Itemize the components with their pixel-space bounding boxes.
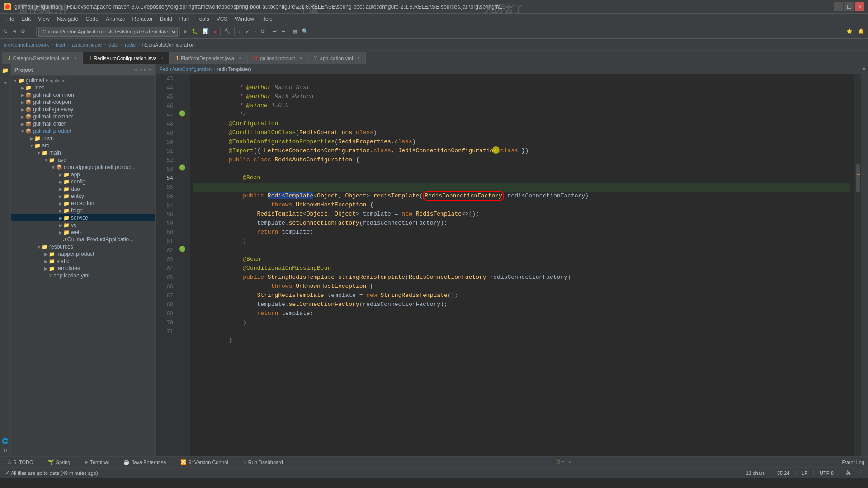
bottom-tab-terminal[interactable]: ▶ Terminal — [81, 458, 113, 466]
tab-close-platformdependent[interactable]: × — [239, 56, 241, 61]
tree-item-resources[interactable]: ▼ 📁 resources — [11, 243, 155, 250]
tree-item-order[interactable]: ▶ 📦 gulimall-order — [11, 120, 155, 127]
scrollbar-thumb[interactable] — [856, 164, 860, 192]
tree-item-feign[interactable]: ▶ 📁 feign — [11, 207, 155, 214]
breadcrumb-redisautoconfig[interactable]: RedisAutoConfiguration — [142, 42, 195, 47]
breadcrumb-data[interactable]: data — [108, 42, 118, 47]
stop-button[interactable]: ■ — [212, 26, 218, 37]
menu-analyze[interactable]: Analyze — [102, 15, 129, 23]
bottom-tab-version-control[interactable]: 🔀 9: Version Control — [177, 458, 231, 466]
tree-item-product[interactable]: ▼ 📦 gulimall-product — [11, 127, 155, 135]
maximize-button[interactable]: ☐ — [844, 2, 854, 11]
breadcrumb-redis[interactable]: redis — [125, 42, 136, 47]
git-push-btn[interactable]: ↑ — [252, 26, 259, 37]
editor-bc-method[interactable]: redisTemplate() — [217, 66, 251, 72]
tree-item-coupon[interactable]: ▶ 📦 gulimall-coupon — [11, 99, 155, 106]
side-icon-favorites[interactable]: ★ — [1, 78, 10, 87]
tree-item-service[interactable]: ▶ 📁 service — [11, 214, 155, 221]
status-lf[interactable]: LF — [800, 469, 809, 476]
tree-item-static[interactable]: ▶ 📁 static — [11, 258, 155, 265]
tree-item-entity[interactable]: ▶ 📁 entity — [11, 192, 155, 200]
tree-item-package[interactable]: ▼ 📦 com.atguigu.gulimall.produc... — [11, 164, 155, 171]
tab-application-yml[interactable]: Y application.yml × — [308, 52, 366, 64]
tree-item-vo[interactable]: ▶ 📁 vo — [11, 221, 155, 229]
tab-close-categoryservice[interactable]: × — [74, 56, 77, 61]
toolbar-sync-btn[interactable]: ↻ — [2, 26, 9, 37]
tab-gulimall-product[interactable]: M gulimall-product × — [247, 52, 308, 64]
tree-item-main[interactable]: ▼ 📁 main — [11, 149, 155, 156]
menu-build[interactable]: Build — [156, 15, 176, 23]
project-sync-icon[interactable]: ↻ — [134, 67, 137, 73]
menu-tools[interactable]: Tools — [193, 15, 213, 23]
tree-item-src[interactable]: ▼ 📁 src — [11, 142, 155, 149]
editor-bc-classname[interactable]: RedisAutoConfiguration — [159, 66, 212, 72]
menu-window[interactable]: Window — [231, 15, 258, 23]
menu-edit[interactable]: Edit — [18, 15, 34, 23]
tree-item-mapper-product[interactable]: ▶ 📁 mapper.product — [11, 250, 155, 258]
git-history-btn[interactable]: ⟳ — [259, 26, 267, 37]
menu-help[interactable]: Help — [258, 15, 276, 23]
tree-item-config[interactable]: ▶ 📁 config — [11, 178, 155, 185]
tree-item-templates[interactable]: ▶ 📁 templates — [11, 265, 155, 272]
tree-item-web[interactable]: ▶ 📁 web — [11, 229, 155, 236]
git-update-btn[interactable]: ↓ — [236, 26, 243, 37]
tab-platformdependent[interactable]: J PlatformDependent.java × — [170, 52, 247, 64]
status-position[interactable]: 55:24 — [775, 469, 792, 476]
tree-root-gulimall[interactable]: ▼ 📁 gulimall F:\gulimall — [11, 77, 155, 84]
tree-item-dao[interactable]: ▶ 📁 dao — [11, 185, 155, 192]
undo-btn[interactable]: ↩ — [271, 26, 278, 37]
project-tree-icon[interactable]: ⊟ — [139, 67, 142, 73]
tab-close-redisautoconfig[interactable]: × — [161, 56, 164, 61]
breadcrumb-boot[interactable]: boot — [56, 42, 65, 47]
status-encoding[interactable]: UTF-8 — [818, 469, 835, 476]
menu-navigate[interactable]: Navigate — [53, 15, 82, 23]
bottom-tab-spring[interactable]: 🌱 Spring — [44, 458, 74, 466]
tree-item-common[interactable]: ▶ 📦 gulimall-common — [11, 91, 155, 99]
tree-item-gateway[interactable]: ▶ 📦 gulimall-gateway — [11, 106, 155, 113]
minimize-button[interactable]: ─ — [834, 2, 843, 11]
event-log-label[interactable]: Event Log — [842, 460, 864, 465]
close-button[interactable]: ✕ — [855, 2, 864, 11]
debug-button[interactable]: 🐛 — [190, 26, 200, 37]
toolbar-settings-btn[interactable]: ⚙ — [19, 26, 27, 37]
git-commit-btn[interactable]: ✓ — [244, 26, 251, 37]
side-icon-sidebar[interactable]: ◧ — [1, 446, 10, 455]
toolbar-minimize-btn[interactable]: − — [28, 26, 34, 37]
breadcrumb-orgspring[interactable]: org/springframework — [4, 42, 49, 47]
bean-icon-47[interactable]: 🟢 — [179, 110, 186, 117]
titlebar-controls[interactable]: ─ ☐ ✕ — [834, 2, 864, 11]
breadcrumb-autoconfigure[interactable]: autoconfigure — [72, 42, 102, 47]
tree-item-mvn[interactable]: ▶ 📁 .mvn — [11, 135, 155, 142]
run-with-coverage-btn[interactable]: 📊 — [201, 26, 211, 37]
toolbar-favorites-btn[interactable]: ⭐ — [844, 26, 854, 37]
tab-close-application-yml[interactable]: × — [358, 56, 360, 61]
tree-item-java[interactable]: ▼ 📁 java — [11, 156, 155, 164]
menu-run[interactable]: Run — [176, 15, 193, 23]
tab-categoryserviceimpl[interactable]: J CategoryServiceImpl.java × — [2, 52, 83, 64]
bottom-tab-java-enterprise[interactable]: ☕ Java Enterprise — [120, 458, 170, 466]
bean-icon-53[interactable]: 🟢 — [179, 164, 186, 171]
tree-item-idea[interactable]: ▶ 📁 .idea — [11, 84, 155, 91]
bottom-tab-run-dashboard[interactable]: ▷ Run Dashboard — [239, 458, 287, 466]
tab-redisautoconfig[interactable]: J RedisAutoConfiguration.java × — [83, 52, 170, 64]
project-header-icons[interactable]: ↻ ⊟ ⚙ − — [134, 67, 151, 73]
layout-btn[interactable]: ▦ — [291, 26, 299, 37]
toolbar-notifications-btn[interactable]: 🔔 — [856, 26, 866, 37]
search-everywhere-btn[interactable]: 🔍 — [300, 26, 310, 37]
tree-item-gulimallapp[interactable]: ▶ J GulimallProductApplicatio... — [11, 236, 155, 243]
tree-item-app[interactable]: ▶ 📁 app — [11, 171, 155, 178]
redo-btn[interactable]: ↪ — [279, 26, 287, 37]
bean-icon-62[interactable]: 🟢 — [179, 246, 186, 253]
side-icon-project[interactable]: 📁 — [1, 66, 10, 75]
menu-view[interactable]: View — [34, 15, 53, 23]
menu-vcs[interactable]: VCS — [213, 15, 231, 23]
run-config-dropdown[interactable]: GulimallProductApplicationTests.teststri… — [38, 27, 178, 37]
bottom-tab-todo[interactable]: ⚠ 6: TODO — [4, 458, 37, 466]
tree-item-application-yml[interactable]: ▶ Y application.yml — [11, 272, 155, 279]
project-settings-icon[interactable]: ⚙ — [144, 67, 147, 73]
run-button[interactable]: ▶ — [182, 26, 189, 37]
status-input-lang[interactable]: 英 — [844, 469, 853, 476]
tree-item-exception[interactable]: ▶ 📁 exception — [11, 200, 155, 207]
menu-refactor[interactable]: Refactor — [129, 15, 156, 23]
menu-code[interactable]: Code — [82, 15, 102, 23]
